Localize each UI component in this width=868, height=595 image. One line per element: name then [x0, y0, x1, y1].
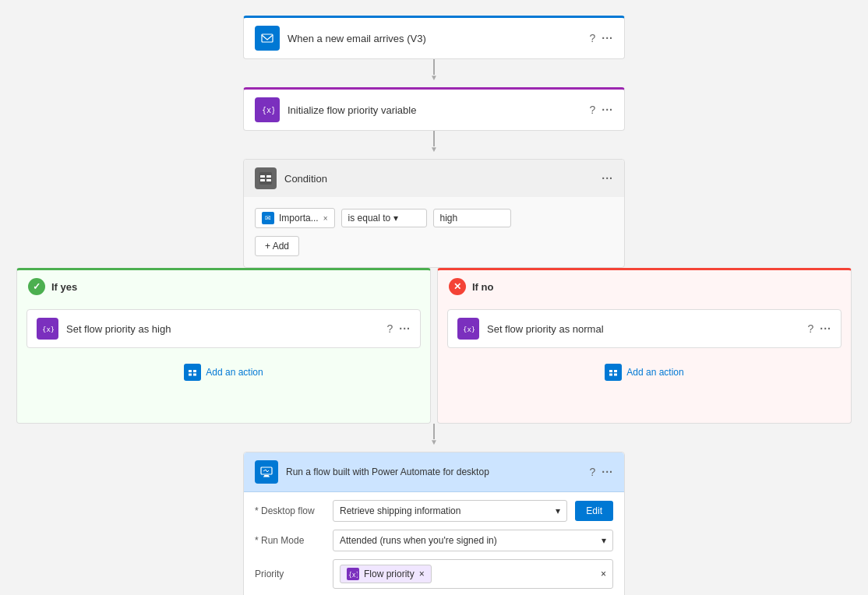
svg-rect-8 [266, 179, 271, 181]
run-mode-field-row: * Run Mode Attended (runs when you're si… [255, 530, 613, 551]
set-normal-help-icon[interactable]: ? [808, 322, 814, 335]
desktop-help-icon[interactable]: ? [590, 466, 596, 478]
desktop-flow-dropdown-icon: ▾ [556, 505, 560, 516]
run-mode-input[interactable]: Attended (runs when you're signed in) ▾ [333, 530, 613, 551]
branch-yes: ✓ If yes {x} Set flow priority as high [16, 268, 431, 424]
svg-rect-18 [608, 367, 619, 378]
condition-body: ✉ Importa... × is equal to ▾ high + Add [244, 197, 624, 267]
condition-header: Condition ··· [244, 160, 624, 197]
branch-no-content: {x} Set flow priority as normal ? ··· [438, 303, 851, 393]
svg-rect-13 [193, 370, 196, 372]
desktop-flow-title: Run a flow built with Power Automate for… [286, 466, 582, 477]
svg-text:{x}: {x} [348, 572, 358, 579]
svg-rect-22 [614, 374, 617, 376]
run-mode-label: * Run Mode [255, 535, 325, 546]
svg-rect-19 [609, 370, 612, 372]
condition-icon [255, 167, 277, 189]
svg-rect-14 [189, 374, 192, 376]
init-variable-actions: ? ··· [590, 104, 613, 116]
svg-rect-20 [614, 370, 617, 372]
arrow-2 [430, 131, 438, 159]
svg-rect-0 [260, 31, 274, 45]
desktop-flow-label: * Desktop flow [255, 505, 325, 516]
condition-chip[interactable]: ✉ Importa... × [255, 208, 335, 228]
condition-outer: Condition ··· ✉ Importa... × is equal to [13, 159, 855, 424]
svg-rect-11 [187, 367, 198, 378]
chip-close-icon[interactable]: × [323, 214, 328, 223]
email-more-icon[interactable]: ··· [602, 32, 613, 44]
email-trigger-card: When a new email arrives (V3) ? ··· [243, 16, 625, 59]
condition-operator[interactable]: is equal to ▾ [341, 209, 427, 227]
set-normal-more-icon[interactable]: ··· [820, 322, 831, 335]
priority-clear-icon[interactable]: × [601, 569, 606, 579]
set-normal-card: {x} Set flow priority as normal ? ··· [447, 309, 842, 348]
add-action-yes-icon [184, 364, 201, 381]
svg-rect-26 [263, 477, 270, 477]
desktop-flow-header: Run a flow built with Power Automate for… [244, 452, 624, 492]
edit-button[interactable]: Edit [575, 501, 613, 521]
set-high-icon: {x} [37, 318, 58, 340]
priority-chip-label: Flow priority [364, 569, 415, 579]
add-action-no-icon [605, 364, 622, 381]
init-help-icon[interactable]: ? [590, 104, 596, 116]
svg-text:{x}: {x} [463, 326, 475, 333]
condition-card: Condition ··· ✉ Importa... × is equal to [243, 159, 625, 268]
add-action-no-label: Add an action [626, 367, 683, 378]
branch-yes-content: {x} Set flow priority as high ? ··· [17, 303, 430, 393]
email-trigger-actions: ? ··· [590, 32, 613, 44]
desktop-flow-body: * Desktop flow Retrieve shipping informa… [244, 492, 624, 595]
priority-chip-icon: {x} [347, 568, 359, 580]
no-icon: ✕ [449, 278, 466, 295]
branch-yes-label: If yes [51, 281, 77, 293]
condition-value[interactable]: high [433, 209, 511, 227]
svg-rect-4 [259, 172, 272, 185]
email-trigger-title: When a new email arrives (V3) [288, 33, 582, 44]
svg-rect-15 [193, 374, 196, 376]
set-high-help-icon[interactable]: ? [387, 322, 393, 335]
priority-input[interactable]: {x} Flow priority × × [333, 559, 613, 589]
run-mode-value: Attended (runs when you're signed in) [340, 535, 497, 546]
svg-rect-6 [266, 175, 271, 178]
branch-no: ✕ If no {x} Set flow priority as normal [437, 268, 852, 424]
svg-rect-21 [609, 374, 612, 376]
add-action-no-btn[interactable]: Add an action [447, 357, 842, 387]
priority-chip-close[interactable]: × [419, 569, 425, 579]
init-more-icon[interactable]: ··· [602, 104, 613, 116]
set-high-card: {x} Set flow priority as high ? ··· [26, 309, 421, 348]
set-high-more-icon[interactable]: ··· [399, 322, 411, 335]
flow-canvas: When a new email arrives (V3) ? ··· {x} … [0, 0, 868, 595]
arrow-3 [430, 424, 438, 452]
branch-no-header: ✕ If no [438, 270, 851, 303]
branch-no-label: If no [472, 281, 493, 293]
yes-icon: ✓ [28, 278, 45, 295]
svg-rect-7 [260, 179, 265, 181]
desktop-flow-actions: ? ··· [590, 466, 613, 478]
svg-text:{x}: {x} [42, 326, 54, 333]
desktop-flow-value: Retrieve shipping information [340, 505, 460, 516]
set-normal-actions: ? ··· [808, 322, 831, 335]
add-condition-button[interactable]: + Add [255, 236, 299, 256]
desktop-flow-field-row: * Desktop flow Retrieve shipping informa… [255, 500, 613, 522]
arrow-1 [430, 59, 438, 87]
desktop-flow-input[interactable]: Retrieve shipping information ▾ [333, 500, 567, 522]
set-normal-icon: {x} [457, 318, 479, 340]
condition-more-icon[interactable]: ··· [602, 172, 613, 185]
priority-label: Priority [255, 569, 325, 579]
condition-row: ✉ Importa... × is equal to ▾ high [255, 208, 613, 228]
desktop-flow-icon [255, 460, 278, 484]
priority-chip: {x} Flow priority × [340, 565, 432, 583]
set-normal-title: Set flow priority as normal [487, 323, 800, 335]
priority-field-row: Priority {x} Flow priority × × [255, 559, 613, 589]
variable-icon: {x} [255, 97, 280, 122]
desktop-more-icon[interactable]: ··· [602, 466, 613, 478]
email-help-icon[interactable]: ? [590, 32, 596, 44]
init-variable-card: {x} Initialize flow priority variable ? … [243, 87, 625, 131]
svg-rect-12 [189, 370, 192, 372]
set-high-title: Set flow priority as high [66, 323, 379, 335]
add-action-yes-btn[interactable]: Add an action [26, 357, 421, 387]
condition-actions: ··· [602, 172, 613, 185]
set-high-actions: ? ··· [387, 322, 411, 335]
chip-email-icon: ✉ [262, 212, 274, 224]
add-action-yes-label: Add an action [206, 367, 263, 378]
email-icon [255, 26, 280, 51]
